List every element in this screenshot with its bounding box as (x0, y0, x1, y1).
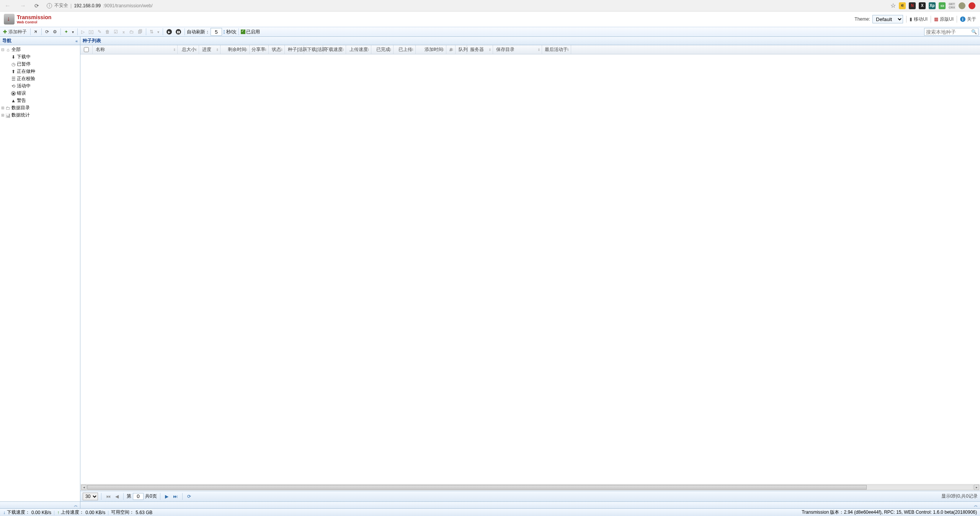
info-icon: i (960, 16, 965, 22)
browser-forward-icon[interactable]: → (17, 1, 29, 11)
col-name[interactable]: 名称⇕ (93, 45, 178, 54)
grid-icon: ▦ (934, 16, 938, 22)
search-input[interactable] (924, 28, 978, 36)
copy-button[interactable]: 🗐 (136, 28, 144, 35)
phone-icon: ▮ (910, 16, 912, 22)
collapse-icon[interactable]: « (75, 39, 78, 43)
add-torrent-button[interactable]: ✚ 添加种子 (2, 28, 28, 36)
col-hash[interactable]: #⇕ (446, 45, 456, 54)
select-all-checkbox[interactable] (84, 47, 89, 52)
sidebar: 导航 « ⊟ 全部 下载中 已暂停 正在做种 正在校验 (0, 37, 80, 508)
col-down-speed[interactable]: 下载速度⇕ (323, 45, 346, 54)
enabled-checkbox[interactable] (241, 29, 245, 34)
spinner-down-icon[interactable]: ▼ (223, 32, 225, 34)
pause-button[interactable]: ▯▯ (87, 28, 95, 35)
scroll-left-icon[interactable]: ◂ (81, 485, 87, 490)
scroll-thumb[interactable] (87, 485, 867, 490)
plugin-dropdown-icon[interactable] (70, 29, 75, 35)
extension-icon[interactable]: Xp (929, 2, 936, 9)
more-button[interactable]: ⌅ (120, 28, 127, 35)
tree-node-stats[interactable]: ⊞ 数据统计 (0, 111, 80, 119)
tree-node-checking[interactable]: 正在校验 (0, 75, 80, 82)
sort-button[interactable]: ⇅ (148, 28, 155, 35)
next-page-button[interactable]: ▶ (163, 493, 170, 500)
col-size[interactable]: 总大小⇕ (178, 45, 199, 54)
reload-button[interactable] (44, 28, 51, 35)
chevron-up-icon[interactable]: ︽ (974, 503, 978, 508)
extension-icon[interactable]: N (909, 2, 916, 9)
col-ratio[interactable]: 分享率⇕ (250, 45, 269, 54)
tree-expand-icon[interactable]: ⊞ (1, 106, 5, 110)
extension-icon[interactable]: ⚟ (899, 2, 906, 9)
horizontal-scrollbar[interactable]: ◂ ▸ (80, 484, 980, 491)
page-size-select[interactable]: 30 (83, 493, 98, 500)
col-uploaded[interactable]: 已上传⇕ (394, 45, 416, 54)
start-all-button[interactable] (33, 28, 39, 35)
tree-node-paused[interactable]: 已暂停 (0, 61, 80, 68)
edit-button[interactable]: ✎ (96, 28, 103, 35)
chevron-up-icon[interactable]: ︽ (74, 503, 78, 508)
doc-icon (11, 76, 16, 82)
orig-ui-button[interactable]: ▦ 原版UI (934, 16, 954, 23)
content-header: 种子列表 (80, 37, 980, 45)
first-page-button[interactable]: ⏮ (105, 493, 112, 500)
col-progress[interactable]: 进度⇕ (199, 45, 220, 54)
theme-label: Theme: (854, 16, 870, 22)
folder-button[interactable]: 🗀 (128, 28, 136, 35)
tree-node-error[interactable]: 错误 (0, 90, 80, 97)
col-eta[interactable]: 剩余时间⇕ (220, 45, 250, 54)
site-info-icon[interactable]: i (47, 3, 52, 8)
play-all-button[interactable]: ▶ (165, 28, 173, 35)
col-status[interactable]: 状态⇕ (269, 45, 285, 54)
recheck-button[interactable]: ☑ (112, 28, 119, 35)
warning-icon (11, 98, 16, 103)
extension-icon[interactable]: GET CRX (949, 2, 956, 9)
start-button[interactable]: ▷ (80, 28, 86, 35)
col-last-active[interactable]: 最后活动于⇕ (542, 45, 571, 54)
col-up-speed[interactable]: 上传速度⇕ (346, 45, 371, 54)
about-button[interactable]: i 关于 (960, 16, 976, 23)
remove-button[interactable]: 🗑 (104, 28, 111, 35)
col-server[interactable]: 服务器⇕ (467, 45, 493, 54)
address-bar[interactable]: i 不安全 | 192.168.0.99:9091/transmission/w… (44, 1, 887, 10)
tree-node-seeding[interactable]: 正在做种 (0, 68, 80, 75)
tree-collapse-icon[interactable]: ⊟ (1, 48, 5, 52)
tree-node-downloading[interactable]: 下载中 (0, 53, 80, 61)
theme-select[interactable]: Default (872, 15, 903, 23)
prev-page-button[interactable]: ◀ (114, 493, 120, 500)
col-added[interactable]: 添加时间⇕ (416, 45, 446, 54)
page-number-input[interactable] (133, 493, 144, 500)
col-queue[interactable]: 队列 (456, 45, 467, 54)
tree-node-datadir[interactable]: ⊞ 数据目录 (0, 104, 80, 111)
auto-refresh-input[interactable] (211, 28, 222, 36)
refresh-pager-button[interactable]: ⟳ (186, 493, 193, 500)
profile-icon[interactable] (959, 2, 965, 9)
tree-expand-icon[interactable]: ⊞ (1, 113, 5, 117)
col-down-peers[interactable]: 下载|活跃 (304, 45, 323, 54)
plugin-button[interactable] (63, 28, 70, 35)
browser-reload-icon[interactable]: ⟳ (32, 1, 41, 10)
mobile-ui-button[interactable]: ▮ 移动UI (910, 16, 928, 23)
sort-dropdown-icon[interactable] (156, 29, 161, 35)
extension-icon[interactable]: ▭ (939, 2, 946, 9)
bookmark-star-icon[interactable]: ☆ (890, 2, 896, 9)
col-done[interactable]: 已完成⇕ (371, 45, 394, 54)
last-page-button[interactable]: ⏭ (172, 493, 179, 500)
extension-icon[interactable] (969, 2, 975, 9)
col-save-dir[interactable]: 保存目录⇕ (493, 45, 542, 54)
page-prefix: 第 (127, 493, 131, 500)
browser-back-icon[interactable]: ← (2, 1, 14, 11)
scroll-right-icon[interactable]: ▸ (974, 485, 979, 490)
tree-node-all[interactable]: ⊟ 全部 (0, 46, 80, 53)
search-icon: 🔍 (971, 29, 977, 34)
col-peers[interactable]: 种子|活跃 (285, 45, 304, 54)
extension-icon[interactable]: X (919, 2, 926, 9)
spinner-up-icon[interactable]: ▲ (223, 29, 225, 32)
settings-button[interactable] (51, 28, 59, 35)
tree-node-active[interactable]: 活动中 (0, 82, 80, 90)
seconds-label: 秒/次 (226, 29, 237, 35)
app-logo: Transmission Web Control (4, 14, 51, 25)
pause-all-button[interactable]: ▮▮ (174, 28, 183, 35)
tree-node-warning[interactable]: 警告 (0, 97, 80, 104)
play-circle-icon: ▶ (167, 29, 172, 34)
